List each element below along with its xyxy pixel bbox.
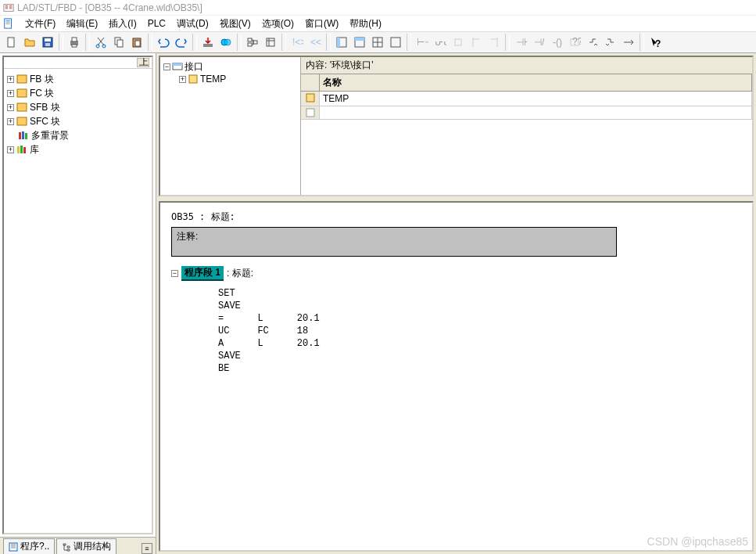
expand-icon[interactable]: + <box>7 76 14 83</box>
block-button[interactable] <box>262 34 279 51</box>
stl-code[interactable]: SET SAVE = L 20.1 UC FC 18 A L 20.1 SAVE… <box>218 287 741 375</box>
coil-button[interactable]: -() <box>548 34 565 51</box>
download-button[interactable] <box>199 34 217 51</box>
tab-list-icon[interactable]: ≡ <box>142 543 152 554</box>
temp-icon <box>188 74 199 85</box>
menu-help[interactable]: 帮助(H) <box>345 16 386 32</box>
menu-edit[interactable]: 编辑(E) <box>62 16 102 32</box>
view-split-button[interactable] <box>369 34 386 51</box>
menu-debug[interactable]: 调试(D) <box>172 16 213 32</box>
program-elements-tree[interactable]: 上× + FB 块 + FC 块 + SFB 块 <box>2 56 153 534</box>
view-detail-button[interactable] <box>351 34 368 51</box>
redo-button[interactable] <box>173 34 190 51</box>
tree-item-multi-instance[interactable]: 多重背景 <box>5 128 150 142</box>
row-name: TEMP <box>320 92 752 106</box>
tab-icon <box>62 542 71 552</box>
row-icon <box>301 106 320 120</box>
undo-button[interactable] <box>155 34 172 51</box>
svg-rect-4 <box>6 23 10 24</box>
lad-box-button[interactable] <box>450 34 467 51</box>
svg-rect-54 <box>23 147 26 153</box>
svg-text:?: ? <box>655 38 661 49</box>
window-title: LAD/STL/FBD - [OB35 -- 4Crane.wld\OB35\] <box>17 2 202 13</box>
tab-label: 调用结构 <box>73 540 111 553</box>
table-row[interactable]: TEMP <box>301 92 752 106</box>
title-bar: LAD/STL/FBD - [OB35 -- 4Crane.wld\OB35\] <box>0 0 756 16</box>
collapse-icon[interactable]: − <box>171 270 178 277</box>
interface-tree[interactable]: − 接口 + TEMP <box>160 57 301 195</box>
menu-file[interactable]: 文件(F) <box>20 16 60 32</box>
tree-row-interface[interactable]: − 接口 <box>163 60 297 73</box>
cut-button[interactable] <box>92 34 109 51</box>
symbol-button[interactable]: !<>! <box>288 34 306 51</box>
expand-icon[interactable]: + <box>7 146 14 153</box>
neg-button[interactable]: ⊣/⊢ <box>530 34 547 51</box>
new-button[interactable] <box>3 34 20 51</box>
tree-item-fc[interactable]: + FC 块 <box>5 86 150 100</box>
tree-label: FC 块 <box>30 87 54 100</box>
lad-open-branch-button[interactable] <box>468 34 485 51</box>
empty-box-button[interactable]: ?? <box>566 34 583 51</box>
svg-rect-15 <box>117 40 123 47</box>
interface-table: 内容: '环境\接口' 名称 TEMP <box>301 57 752 195</box>
comment-box[interactable]: 注释: <box>171 227 617 257</box>
copy-button[interactable] <box>110 34 127 51</box>
view-overview-button[interactable] <box>333 34 350 51</box>
block-icon <box>16 116 27 127</box>
monitor-button[interactable] <box>217 34 235 51</box>
open-button[interactable] <box>21 34 38 51</box>
svg-rect-22 <box>248 38 252 41</box>
network-header[interactable]: − 程序段 1 : 标题: <box>171 266 741 281</box>
expand-icon[interactable]: + <box>7 104 14 111</box>
lad-contact-button[interactable]: ⊢⊣ <box>414 34 431 51</box>
print-button[interactable] <box>66 34 83 51</box>
tree-label: 接口 <box>185 60 203 74</box>
menu-options[interactable]: 选项(O) <box>257 16 299 32</box>
svg-rect-10 <box>72 38 77 41</box>
svg-text:-(): -() <box>553 37 562 48</box>
branch-open-button[interactable] <box>584 34 601 51</box>
table-row-empty[interactable] <box>301 106 752 120</box>
tree-item-fb[interactable]: + FB 块 <box>5 72 150 86</box>
svg-text:⊣⊢: ⊣⊢ <box>516 37 527 48</box>
svg-rect-23 <box>248 43 252 46</box>
network-label: 程序段 1 <box>181 266 224 281</box>
svg-rect-46 <box>17 89 27 97</box>
svg-rect-60 <box>306 109 314 117</box>
menu-plc[interactable]: PLC <box>143 16 170 31</box>
tree-item-library[interactable]: + 库 <box>5 142 150 156</box>
context-help-button[interactable]: ? <box>647 34 664 51</box>
books-icon <box>16 144 27 155</box>
svg-text:!<>!: !<>! <box>292 37 303 48</box>
tree-label: TEMP <box>200 74 226 85</box>
tree-item-sfc[interactable]: + SFC 块 <box>5 114 150 128</box>
code-editor[interactable]: OB35 : 标题: 注释: − 程序段 1 : 标题: SET SAVE = … <box>159 201 754 552</box>
menu-window[interactable]: 窗口(W) <box>300 16 343 32</box>
tree-row-temp[interactable]: + TEMP <box>163 73 297 85</box>
menu-insert[interactable]: 插入(I) <box>104 16 141 32</box>
network-button[interactable]: ⊣⊢ <box>512 34 529 51</box>
expand-icon[interactable]: + <box>7 90 14 97</box>
tab-call-structure[interactable]: 调用结构 <box>56 538 116 554</box>
expand-icon[interactable]: + <box>179 76 186 83</box>
lad-coil-button[interactable]: ᕂᕂ <box>432 34 449 51</box>
tab-program[interactable]: 程序?.. <box>3 538 55 554</box>
sidebar-dropdown[interactable]: 上× <box>4 57 152 69</box>
collapse-icon[interactable]: − <box>163 63 170 70</box>
svg-rect-36 <box>455 39 461 45</box>
tree-label: SFB 块 <box>30 101 60 114</box>
menu-view[interactable]: 视图(V) <box>215 16 256 32</box>
expand-icon[interactable]: + <box>7 118 14 125</box>
branch-close-button[interactable] <box>602 34 619 51</box>
tree-item-sfb[interactable]: + SFB 块 <box>5 100 150 114</box>
lad-close-branch-button[interactable] <box>485 34 503 51</box>
menu-bar: 文件(F) 编辑(E) 插入(I) PLC 调试(D) 视图(V) 选项(O) … <box>0 16 756 31</box>
view-tile-button[interactable] <box>387 34 404 51</box>
save-button[interactable] <box>39 34 56 51</box>
goto-button[interactable]: <<! <box>306 34 324 51</box>
program-elements-button[interactable] <box>244 34 261 51</box>
svg-rect-33 <box>391 38 400 47</box>
paste-button[interactable] <box>128 34 145 51</box>
svg-rect-45 <box>17 75 27 83</box>
connection-button[interactable] <box>620 34 637 51</box>
